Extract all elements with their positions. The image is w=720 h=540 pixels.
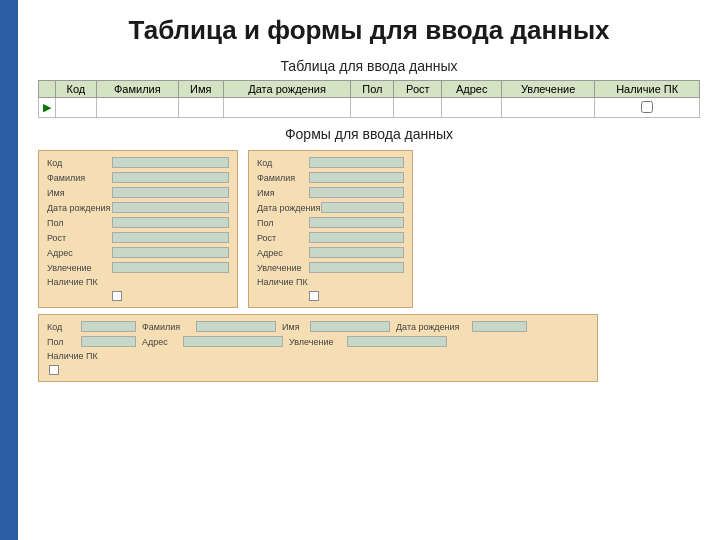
forms-row-top: Код Фамилия Имя Дата рождения Пол Рост xyxy=(38,150,700,308)
input-r-pol[interactable] xyxy=(309,217,404,228)
form-row-adres: Адрес xyxy=(47,247,229,258)
input-r-adres[interactable] xyxy=(309,247,404,258)
cell-uvlechenie xyxy=(501,98,594,118)
col-kod: Код xyxy=(56,81,97,98)
input-r-imya[interactable] xyxy=(309,187,404,198)
col-rost: Рост xyxy=(394,81,442,98)
bf-input-uvlechenie[interactable] xyxy=(347,336,447,347)
form-card-right: Код Фамилия Имя Дата рождения Пол Рост xyxy=(248,150,413,308)
bf-label-adres: Адрес xyxy=(142,337,177,347)
cell-rost xyxy=(394,98,442,118)
cell-pol xyxy=(351,98,394,118)
bf-label-kod: Код xyxy=(47,322,75,332)
label-r-rost: Рост xyxy=(257,233,309,243)
form-row-data: Дата рождения xyxy=(47,202,229,213)
label-r-pk: Наличие ПК xyxy=(257,277,309,287)
label-r-familiya: Фамилия xyxy=(257,173,309,183)
bf-input-familiya[interactable] xyxy=(196,321,276,332)
form-row-kod: Код xyxy=(47,157,229,168)
form-card-bottom: Код Фамилия Имя Дата рождения Пол Адрес … xyxy=(38,314,598,382)
input-r-rost[interactable] xyxy=(309,232,404,243)
form-row-uvlechenie: Увлечение xyxy=(47,262,229,273)
input-r-data[interactable] xyxy=(321,202,405,213)
label-adres: Адрес xyxy=(47,248,112,258)
input-imya[interactable] xyxy=(112,187,229,198)
col-uvlechenie: Увлечение xyxy=(501,81,594,98)
bf-input-kod[interactable] xyxy=(81,321,136,332)
form-row-r-imya: Имя xyxy=(257,187,404,198)
form-row-r-adres: Адрес xyxy=(257,247,404,258)
label-r-uvlechenie: Увлечение xyxy=(257,263,309,273)
checkbox-r-pk[interactable] xyxy=(309,291,319,301)
input-uvlechenie[interactable] xyxy=(112,262,229,273)
cell-familiya xyxy=(96,98,178,118)
table-row: ▶ xyxy=(39,98,700,118)
form-row-r-uvlechenie: Увлечение xyxy=(257,262,404,273)
label-pol: Пол xyxy=(47,218,112,228)
form-row-r-pk: Наличие ПК xyxy=(257,277,404,287)
label-kod: Код xyxy=(47,158,112,168)
bf-label-pol: Пол xyxy=(47,337,75,347)
bf-label-uvlechenie: Увлечение xyxy=(289,337,341,347)
col-empty xyxy=(39,81,56,98)
input-r-uvlechenie[interactable] xyxy=(309,262,404,273)
table-section-label: Таблица для ввода данных xyxy=(38,58,700,74)
input-adres[interactable] xyxy=(112,247,229,258)
col-familiya: Фамилия xyxy=(96,81,178,98)
form-row-r-data: Дата рождения xyxy=(257,202,404,213)
label-uvlechenie: Увлечение xyxy=(47,263,112,273)
bf-input-data[interactable] xyxy=(472,321,527,332)
form-row-imya: Имя xyxy=(47,187,229,198)
bf-label-nalichie-pk: Наличие ПК xyxy=(47,351,102,361)
bottom-form-row2: Пол Адрес Увлечение xyxy=(47,336,589,347)
input-data[interactable] xyxy=(112,202,229,213)
label-r-pol: Пол xyxy=(257,218,309,228)
page-title: Таблица и формы для ввода данных xyxy=(38,15,700,46)
data-entry-table: Код Фамилия Имя Дата рождения Пол Рост А… xyxy=(38,80,700,118)
col-nalichie-pk: Наличие ПК xyxy=(595,81,700,98)
form-row-r-kod: Код xyxy=(257,157,404,168)
bf-input-imya[interactable] xyxy=(310,321,390,332)
input-rost[interactable] xyxy=(112,232,229,243)
input-familiya[interactable] xyxy=(112,172,229,183)
bf-checkbox-pk[interactable] xyxy=(49,365,59,375)
checkbox-pk[interactable] xyxy=(112,291,122,301)
bf-input-adres[interactable] xyxy=(183,336,283,347)
bf-label-data: Дата рождения xyxy=(396,322,466,332)
checkbox-row-pk xyxy=(47,291,229,301)
col-imya: Имя xyxy=(178,81,223,98)
cell-imya xyxy=(178,98,223,118)
label-imya: Имя xyxy=(47,188,112,198)
label-rost: Рост xyxy=(47,233,112,243)
label-pk: Наличие ПК xyxy=(47,277,112,287)
col-adres: Адрес xyxy=(442,81,502,98)
label-r-kod: Код xyxy=(257,158,309,168)
bf-label-imya: Имя xyxy=(282,322,304,332)
label-r-data: Дата рождения xyxy=(257,203,321,213)
forms-section-label: Формы для ввода данных xyxy=(38,126,700,142)
form-row-r-rost: Рост xyxy=(257,232,404,243)
input-r-familiya[interactable] xyxy=(309,172,404,183)
cell-adres xyxy=(442,98,502,118)
cell-pk[interactable] xyxy=(595,98,700,118)
label-familiya: Фамилия xyxy=(47,173,112,183)
form-row-rost: Рост xyxy=(47,232,229,243)
form-row-familiya: Фамилия xyxy=(47,172,229,183)
input-r-kod[interactable] xyxy=(309,157,404,168)
checkbox-row-r-pk xyxy=(257,291,404,301)
bf-label-familiya: Фамилия xyxy=(142,322,190,332)
cell-data xyxy=(223,98,351,118)
col-pol: Пол xyxy=(351,81,394,98)
label-r-adres: Адрес xyxy=(257,248,309,258)
form-row-r-pol: Пол xyxy=(257,217,404,228)
col-data-rozhdeniya: Дата рождения xyxy=(223,81,351,98)
label-data: Дата рождения xyxy=(47,203,112,213)
input-pol[interactable] xyxy=(112,217,229,228)
bottom-form-row1: Код Фамилия Имя Дата рождения xyxy=(47,321,589,332)
input-kod[interactable] xyxy=(112,157,229,168)
left-bar xyxy=(0,0,18,540)
form-row-pol: Пол xyxy=(47,217,229,228)
form-row-r-familiya: Фамилия xyxy=(257,172,404,183)
row-arrow: ▶ xyxy=(39,98,56,118)
bf-input-pol[interactable] xyxy=(81,336,136,347)
